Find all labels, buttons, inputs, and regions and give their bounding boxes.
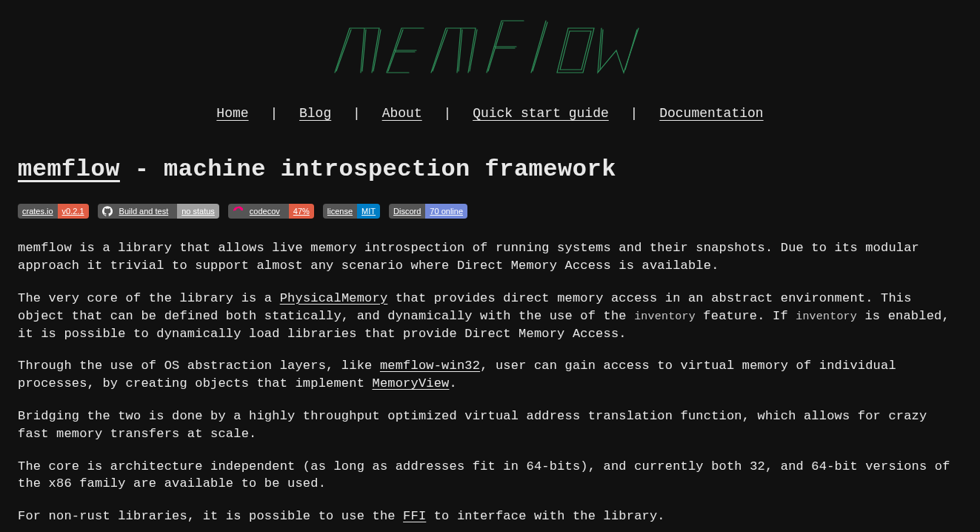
code-inventory: inventory: [796, 310, 857, 323]
main-nav: Home | Blog | About | Quick start guide …: [0, 90, 980, 153]
badge-codecov[interactable]: codecov 47%: [228, 204, 314, 219]
badge-value: 47%: [289, 204, 314, 219]
nav-link-blog[interactable]: Blog: [299, 106, 331, 121]
badge-discord[interactable]: Discord 70 online: [389, 204, 467, 219]
intro-paragraph-2: The very core of the library is a Physic…: [18, 290, 962, 342]
badge-value: no status: [177, 204, 219, 219]
link-memflow-win32[interactable]: memflow-win32: [380, 359, 480, 373]
intro-paragraph-5: The core is architecture independent (as…: [18, 458, 962, 493]
nav-link-home[interactable]: Home: [216, 106, 248, 121]
github-icon: [102, 206, 113, 216]
nav-separator: |: [353, 104, 361, 123]
link-memoryview[interactable]: MemoryView: [372, 376, 449, 390]
badge-value: 70 online: [425, 204, 467, 219]
logo: [0, 0, 980, 90]
badge-label: license: [323, 204, 357, 219]
codecov-icon: [233, 206, 243, 216]
code-inventory: inventory: [634, 310, 696, 323]
badge-build[interactable]: Build and test no status: [98, 204, 219, 219]
nav-link-about[interactable]: About: [382, 106, 422, 121]
title-link-memflow[interactable]: memflow: [18, 156, 120, 183]
intro-paragraph-3: Through the use of OS abstraction layers…: [18, 357, 962, 393]
badge-label: crates.io: [18, 204, 58, 219]
badge-label: Discord: [389, 204, 425, 219]
badge-value: MIT: [357, 204, 380, 219]
intro-paragraph-1: memflow is a library that allows live me…: [18, 239, 962, 275]
badges-row: crates.io v0.2.1 Build and test no statu…: [18, 204, 962, 219]
link-physicalmemory[interactable]: PhysicalMemory: [280, 291, 388, 305]
nav-separator: |: [444, 104, 452, 123]
badge-value: v0.2.1: [58, 204, 89, 219]
badge-crates[interactable]: crates.io v0.2.1: [18, 204, 89, 219]
intro-paragraph-4: Bridging the two is done by a highly thr…: [18, 408, 962, 443]
badge-license[interactable]: license MIT: [323, 204, 380, 219]
memflow-ascii-logo: [327, 13, 653, 77]
nav-link-documentation[interactable]: Documentation: [659, 106, 763, 121]
intro-paragraph-6: For non-rust libraries, it is possible t…: [18, 508, 962, 525]
page-title: memflow - machine introspection framewor…: [18, 153, 962, 187]
title-rest: - machine introspection framework: [120, 156, 616, 183]
nav-link-quickstart[interactable]: Quick start guide: [473, 106, 609, 121]
nav-separator: |: [630, 104, 639, 123]
badge-label: Build and test: [98, 204, 178, 219]
link-ffi[interactable]: FFI: [403, 509, 426, 523]
nav-separator: |: [270, 104, 278, 123]
badge-label: codecov: [228, 204, 289, 219]
